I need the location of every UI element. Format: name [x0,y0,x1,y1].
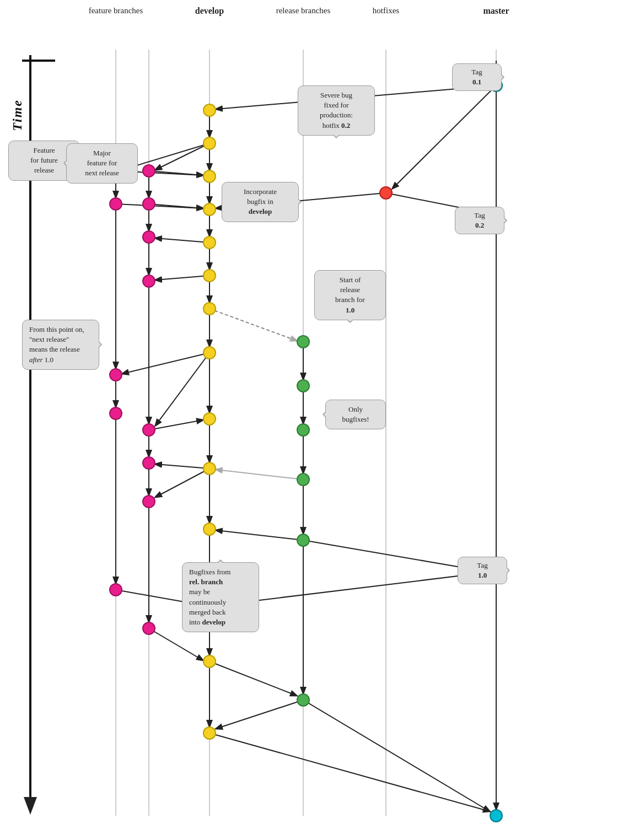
node-develop-13 [203,655,216,668]
callout-tag-02: Tag0.2 [455,207,504,234]
node-hotfix-01 [379,186,393,200]
svg-line-44 [149,204,203,208]
svg-line-42 [155,143,209,170]
callout-only-bugfixes-text: Onlybugfixes! [342,405,369,423]
svg-line-60 [122,353,209,374]
node-release-06 [297,693,310,707]
svg-line-40 [149,171,203,175]
node-develop-07 [203,302,216,315]
node-release-03 [297,423,310,437]
svg-line-45 [116,204,203,208]
svg-line-48 [209,309,297,341]
node-feat1-05 [109,583,122,596]
callout-feature-future-text: Featurefor futurerelease [30,146,57,174]
callout-incorporate-bugfix: Incorporatebugfix indevelop [222,182,299,222]
tag-label-01: Tag0.1 [471,68,482,86]
svg-line-56 [216,530,303,540]
node-develop-14 [203,726,216,740]
callout-next-release-text: From this point on,"next release"means t… [29,325,84,364]
callout-hotfix-02: Severe bugfixed forproduction:hotfix 0.2 [298,85,375,136]
node-feat2-01 [142,164,155,177]
node-master-04 [490,809,503,822]
node-feat2-05 [142,423,155,437]
callout-only-bugfixes: Onlybugfixes! [325,400,386,429]
node-develop-06 [203,269,216,282]
node-feat2-07 [142,495,155,508]
svg-line-57 [216,470,303,480]
callout-incorporate-text: Incorporatebugfix indevelop [244,187,277,216]
callout-major-feature: Majorfeature fornext release [66,143,138,184]
svg-line-55 [216,700,303,729]
svg-line-62 [155,469,209,497]
col-label-feature: feature branches [88,6,143,17]
node-feat2-03 [142,230,155,244]
col-label-develop: develop [187,6,232,17]
node-develop-02 [203,137,216,150]
svg-line-33 [393,85,496,189]
svg-line-68 [303,700,490,811]
diagram: feature branches develop release branche… [0,0,634,840]
node-release-04 [297,473,310,486]
node-develop-04 [203,203,216,216]
time-label: Time [10,99,25,131]
svg-line-66 [209,661,297,696]
svg-line-46 [155,238,209,243]
svg-line-67 [209,733,490,811]
callout-bugfixes-merged-text: Bugfixes fromrel. branchmay becontinuous… [189,568,230,626]
callout-bugfixes-merged: Bugfixes fromrel. branchmay becontinuous… [182,562,259,632]
node-develop-09 [203,412,216,426]
callout-tag-10: Tag1.0 [458,557,507,584]
svg-line-64 [149,628,203,660]
node-develop-08 [203,346,216,359]
callout-major-feature-text: Majorfeature fornext release [85,149,119,177]
col-label-release: release branches [270,6,336,17]
node-feat1-04 [109,407,122,420]
node-feat1-02 [109,197,122,211]
tag-label-02: Tag0.2 [474,211,485,229]
node-feat1-03 [109,368,122,381]
callout-release-start-text: Start ofreleasebranch for1.0 [335,276,365,314]
svg-line-59 [155,353,209,426]
node-develop-01 [203,104,216,117]
node-feat2-04 [142,274,155,288]
node-feat2-08 [142,622,155,635]
col-label-hotfixes: hotfixes [364,6,408,17]
tag-label-10: Tag1.0 [477,561,487,579]
node-feat2-02 [142,197,155,211]
callout-next-release: From this point on,"next release"means t… [22,320,99,370]
node-develop-11 [203,523,216,536]
svg-line-47 [155,276,209,280]
node-develop-10 [203,462,216,475]
callout-release-start: Start ofreleasebranch for1.0 [314,270,386,320]
node-release-05 [297,534,310,547]
node-feat2-06 [142,456,155,470]
callout-hotfix-02-text: Severe bugfixed forproduction:hotfix 0.2 [320,91,353,130]
node-develop-05 [203,236,216,249]
col-label-master: master [474,6,518,17]
svg-line-58 [149,420,203,430]
callout-tag-01: Tag0.1 [452,63,502,91]
node-release-02 [297,379,310,392]
svg-line-61 [155,464,209,469]
node-release-01 [297,335,310,348]
node-develop-03 [203,170,216,183]
